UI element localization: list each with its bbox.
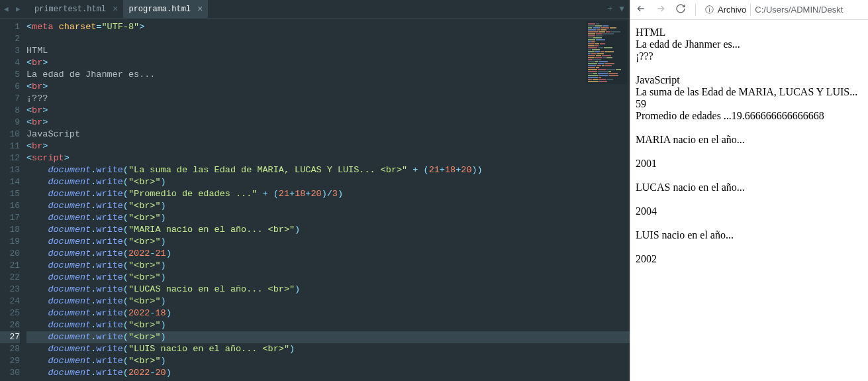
tab-bar-actions: + ▼	[607, 4, 630, 14]
code-line[interactable]: <br>	[26, 117, 630, 129]
url-label: Archivo	[718, 5, 746, 15]
rendered-line	[636, 193, 863, 205]
code-line[interactable]: document.write("<br>")	[26, 331, 630, 343]
reload-icon[interactable]	[675, 3, 686, 16]
forward-icon[interactable]	[655, 3, 666, 16]
code-line[interactable]: <br>	[26, 57, 630, 69]
line-number: 4	[0, 57, 20, 69]
line-number: 25	[0, 307, 20, 319]
line-number: 29	[0, 355, 20, 367]
code-line[interactable]: document.write("La suma de las Edad de M…	[26, 164, 630, 176]
rendered-line: 59	[636, 98, 863, 110]
code-line[interactable]: document.write("<br>")	[26, 200, 630, 212]
rendered-line: MARIA nacio en el año...	[636, 134, 863, 146]
line-number: 5	[0, 69, 20, 81]
code-line[interactable]: JavaScript	[26, 129, 630, 140]
gutter: 1234567891011121314151617181920212223242…	[0, 19, 26, 381]
close-icon[interactable]: ×	[197, 4, 203, 15]
code-line[interactable]: document.write("LUIS nacio en el año... …	[26, 343, 630, 355]
line-number: 10	[0, 129, 20, 140]
rendered-line: 2001	[636, 158, 863, 170]
rendered-line: 2002	[636, 253, 863, 265]
code-line[interactable]: <br>	[26, 105, 630, 117]
browser-content: HTMLLa edad de Jhanmer es...¡??? JavaScr…	[630, 20, 868, 272]
code-line[interactable]: document.write(2022-21)	[26, 248, 630, 260]
code-line[interactable]: document.write("<br>")	[26, 355, 630, 367]
code-line[interactable]: document.write("<br>")	[26, 296, 630, 307]
code-line[interactable]: document.write(2022-18)	[26, 307, 630, 319]
rendered-line: La edad de Jhanmer es...	[636, 38, 863, 50]
code-line[interactable]: document.write("<br>")	[26, 319, 630, 331]
tab-bar: ◀ ▶ primertest.html×programa.html× + ▼	[0, 0, 630, 19]
tab-nav: ◀ ▶	[0, 5, 29, 14]
back-icon[interactable]	[636, 3, 646, 16]
code-line[interactable]: <script>	[26, 152, 630, 164]
code-line[interactable]: ¡???	[26, 93, 630, 105]
code-line[interactable]: document.write("<br>")	[26, 236, 630, 248]
code-area[interactable]: 1234567891011121314151617181920212223242…	[0, 19, 630, 381]
rendered-line: LUCAS nacio en el año...	[636, 182, 863, 193]
close-icon[interactable]: ×	[113, 4, 118, 15]
code-line[interactable]: document.write("<br>")	[26, 272, 630, 284]
line-number: 12	[0, 152, 20, 164]
code-line[interactable]: La edad de Jhanmer es...	[26, 69, 630, 81]
info-icon[interactable]: ⓘ	[705, 4, 714, 16]
line-number: 27	[0, 331, 20, 343]
rendered-line: JavaScript	[636, 74, 863, 86]
tab-menu-icon[interactable]: ▼	[619, 4, 624, 14]
rendered-line	[636, 217, 863, 229]
line-number: 18	[0, 224, 20, 236]
address-bar[interactable]: ⓘ Archivo C:/Users/ADMIN/Deskt	[705, 4, 863, 16]
line-number: 14	[0, 176, 20, 188]
code-line[interactable]: document.write("MARIA nacio en el año...…	[26, 224, 630, 236]
line-number: 21	[0, 260, 20, 272]
line-number: 13	[0, 164, 20, 176]
code-line[interactable]: document.write(2022-20)	[26, 367, 630, 379]
code-line[interactable]: HTML	[26, 45, 630, 57]
line-number: 3	[0, 45, 20, 57]
code-line[interactable]: <br>	[26, 81, 630, 93]
code-line[interactable]: document.write("<br>")	[26, 212, 630, 224]
rendered-line	[636, 122, 863, 134]
code-line[interactable]: <meta charset="UTF-8">	[26, 21, 630, 33]
tab-prev-icon[interactable]: ◀	[4, 5, 13, 14]
code-line[interactable]: document.write("LUCAS nacio en el año...…	[26, 284, 630, 296]
minimap[interactable]	[586, 21, 627, 84]
line-number: 2	[0, 33, 20, 45]
line-number: 20	[0, 248, 20, 260]
code-line[interactable]: <br>	[26, 140, 630, 152]
toolbar-divider	[695, 4, 696, 16]
line-number: 8	[0, 105, 20, 117]
code-line[interactable]: document.write("Promedio de edades ..." …	[26, 188, 630, 200]
code-line[interactable]	[26, 33, 630, 45]
browser-pane: ⓘ Archivo C:/Users/ADMIN/Deskt HTMLLa ed…	[630, 0, 868, 381]
add-tab-icon[interactable]: +	[607, 4, 612, 14]
url-path: C:/Users/ADMIN/Deskt	[755, 5, 843, 15]
tab[interactable]: programa.html×	[123, 0, 208, 19]
tab[interactable]: primertest.html×	[29, 0, 123, 19]
tab-label: programa.html	[128, 5, 191, 14]
line-number: 22	[0, 272, 20, 284]
rendered-line: HTML	[636, 27, 863, 38]
line-number: 15	[0, 188, 20, 200]
rendered-line: La suma de las Edad de MARIA, LUCAS Y LU…	[636, 86, 863, 98]
tab-next-icon[interactable]: ▶	[16, 5, 25, 14]
code-line[interactable]: document.write("<br>")	[26, 176, 630, 188]
line-number: 19	[0, 236, 20, 248]
code-lines[interactable]: <meta charset="UTF-8"> HTML<br>La edad d…	[26, 19, 630, 381]
rendered-line	[636, 62, 863, 74]
line-number: 7	[0, 93, 20, 105]
line-number: 26	[0, 319, 20, 331]
code-line[interactable]: document.write("<br>")	[26, 260, 630, 272]
tab-label: primertest.html	[34, 5, 106, 14]
line-number: 23	[0, 284, 20, 296]
line-number: 16	[0, 200, 20, 212]
rendered-line	[636, 241, 863, 253]
rendered-line: 2004	[636, 205, 863, 217]
line-number: 24	[0, 296, 20, 307]
rendered-line	[636, 146, 863, 158]
line-number: 9	[0, 117, 20, 129]
url-divider	[750, 4, 751, 16]
line-number: 17	[0, 212, 20, 224]
rendered-line	[636, 170, 863, 182]
